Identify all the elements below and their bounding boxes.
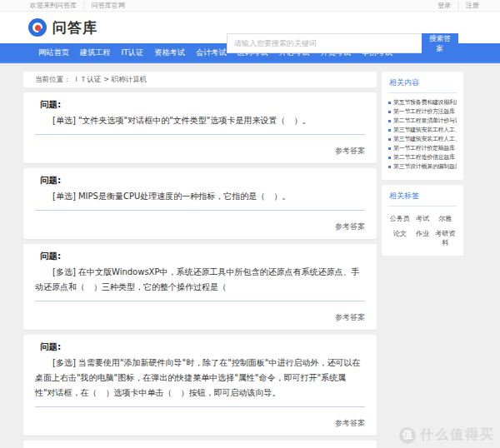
question-footer: 参考答案: [35, 301, 365, 330]
related-content-card: 相关内容 第五节预备费和建设期利息的计算题库 第一节工程计价方法题库: [382, 72, 463, 180]
nav-item[interactable]: IT认证: [120, 47, 146, 58]
answer-link[interactable]: 参考答案: [335, 222, 365, 231]
bullet-icon: [388, 157, 391, 159]
question-label: 问题:: [35, 99, 365, 111]
nav-item[interactable]: 资格考试: [152, 47, 187, 58]
tags-grid: 公务员 考试 尔雅 论文 作业 考研资料: [388, 212, 457, 247]
related-item[interactable]: 第三节建筑安装工程人工、材料及机械台班: [388, 135, 457, 144]
related-item-link[interactable]: 第一节工程计价定额题库: [393, 144, 455, 153]
tag-link[interactable]: 考试: [411, 214, 433, 223]
bullet-icon: [388, 129, 391, 132]
question-list: 问题: [单选] "文件夹选项"对话框中的"文件类型"选项卡是用来设置（ ）。 …: [23, 92, 377, 448]
answer-link[interactable]: 参考答案: [335, 419, 365, 427]
bullet-icon: [388, 120, 391, 122]
question-card: 问题: [多选] 在中文版WindowsXP中，系统还原工具中所包含的还原点有系…: [23, 244, 377, 330]
question-card: 问题: [多选] （ ）"附件"中的"画图"程序是可以用来绘制编辑（ ）的程序，…: [23, 441, 377, 448]
related-content-title: 相关内容: [388, 77, 457, 93]
official-site-link[interactable]: 问答库官网: [92, 2, 125, 9]
watermark-text: 什么值得买: [420, 426, 495, 444]
question-card: 问题: [多选] 当需要使用"添加新硬件向导"时，除了在"控制面板"中进行启动外…: [23, 335, 377, 436]
answer-link[interactable]: 参考答案: [335, 147, 365, 155]
related-item-link[interactable]: 第二节工程量清单计价与计量规范题库: [393, 117, 457, 126]
nav-item[interactable]: 建筑工程: [78, 47, 112, 58]
bullet-icon: [388, 102, 391, 104]
search-input[interactable]: [227, 33, 422, 53]
site-header: 问答库 搜索答案: [0, 12, 500, 43]
related-item-link[interactable]: 第三节建筑安装工程人工、材料及机械台班: [393, 126, 457, 135]
related-item-link[interactable]: 第三节建筑安装工程人工、材料及机械台班: [393, 135, 457, 144]
related-item[interactable]: 第一节工程计价方法题库: [388, 107, 457, 117]
login-link[interactable]: 登录: [438, 2, 451, 9]
related-item[interactable]: 第五节预备费和建设期利息的计算题库: [388, 98, 457, 107]
register-link[interactable]: 注册: [466, 2, 479, 9]
related-tags-card: 相关标签 公务员 考试 尔雅 论文 作业 考研资料: [382, 185, 463, 256]
logo-text: 问答库: [52, 18, 98, 37]
related-list: 第五节预备费和建设期利息的计算题库 第一节工程计价方法题库 第二节工程量清单计价…: [388, 98, 457, 172]
sidebar: 相关内容 第五节预备费和建设期利息的计算题库 第一节工程计价方法题库: [382, 72, 463, 261]
topbar-right: 登录 | 注册: [438, 1, 479, 10]
related-item[interactable]: 第三节设计概算的编制题库: [388, 162, 457, 172]
question-card: 问题: [单选] MIPS是衡量CPU处理速度的一种指标，它指的是（ ）。 参考…: [23, 168, 377, 239]
tag-link[interactable]: 论文: [388, 229, 411, 247]
breadcrumb-category-link[interactable]: ＩＴ认证: [72, 75, 101, 83]
content-area: 当前位置： ＩＴ认证 > 职称计算机 问题: [单选] "文件夹选项"对话框中的…: [23, 72, 477, 448]
separator: |: [458, 2, 460, 9]
breadcrumb-prefix: 当前位置：: [35, 75, 71, 83]
question-label: 问题:: [35, 175, 365, 187]
welcome-link[interactable]: 欢迎来到问答库: [30, 2, 77, 9]
related-item[interactable]: 第二节工程造价信息题库: [388, 153, 457, 162]
question-footer: 参考答案: [35, 407, 365, 436]
search-bar: 搜索答案: [227, 33, 458, 53]
breadcrumb-current: 职称计算机: [112, 75, 148, 83]
tag-link[interactable]: 公务员: [388, 214, 411, 223]
related-item-link[interactable]: 第二节工程造价信息题库: [393, 153, 455, 162]
related-tags-title: 相关标签: [388, 191, 457, 207]
separator: |: [83, 2, 86, 9]
main-column: 当前位置： ＩＴ认证 > 职称计算机 问题: [单选] "文件夹选项"对话框中的…: [23, 72, 377, 448]
bullet-icon: [388, 166, 391, 168]
nav-item[interactable]: 会计考试: [194, 47, 228, 58]
breadcrumb: 当前位置： ＩＴ认证 > 职称计算机: [23, 72, 377, 87]
smzdm-watermark: 值 什么值得买: [399, 426, 495, 444]
question-label: 问题:: [35, 251, 365, 262]
question-footer: 参考答案: [35, 135, 365, 163]
tag-link[interactable]: 尔雅: [434, 214, 457, 223]
nav-item[interactable]: 网站首页: [37, 47, 71, 58]
logo-q-icon: [28, 18, 47, 37]
related-item[interactable]: 第三节建筑安装工程人工、材料及机械台班: [388, 126, 457, 135]
related-item[interactable]: 第一节工程计价定额题库: [388, 144, 457, 153]
bullet-icon: [388, 147, 391, 150]
question-text: [单选] MIPS是衡量CPU处理速度的一种指标，它指的是（ ）。: [35, 189, 365, 204]
topbar-left: 欢迎来到问答库 | 问答库官网: [30, 1, 125, 10]
related-item[interactable]: 第二节工程量清单计价与计量规范题库: [388, 117, 457, 126]
related-item-link[interactable]: 第一节工程计价方法题库: [393, 107, 455, 117]
question-label: 问题:: [35, 341, 365, 353]
site-logo[interactable]: 问答库: [28, 18, 98, 37]
question-text: [单选] "文件夹选项"对话框中的"文件类型"选项卡是用来设置（ ）。: [35, 113, 365, 128]
search-button[interactable]: 搜索答案: [422, 33, 458, 53]
zhi-circle-icon: 值: [399, 427, 416, 444]
bullet-icon: [388, 111, 391, 113]
related-item-link[interactable]: 第三节设计概算的编制题库: [393, 162, 457, 172]
question-footer: 参考答案: [35, 211, 365, 239]
question-text: [多选] 在中文版WindowsXP中，系统还原工具中所包含的还原点有系统还原点…: [35, 265, 365, 295]
question-text: [多选] 当需要使用"添加新硬件向导"时，除了在"控制面板"中进行启动外，还可以…: [35, 356, 365, 401]
breadcrumb-separator: >: [103, 75, 109, 83]
question-card: 问题: [单选] "文件夹选项"对话框中的"文件类型"选项卡是用来设置（ ）。 …: [23, 92, 377, 163]
topbar: 欢迎来到问答库 | 问答库官网 登录 | 注册: [0, 0, 500, 12]
related-item-link[interactable]: 第五节预备费和建设期利息的计算题库: [393, 98, 457, 107]
bullet-icon: [388, 138, 391, 141]
answer-link[interactable]: 参考答案: [335, 313, 365, 321]
tag-link[interactable]: 作业: [411, 229, 433, 247]
tag-link[interactable]: 考研资料: [434, 229, 457, 247]
